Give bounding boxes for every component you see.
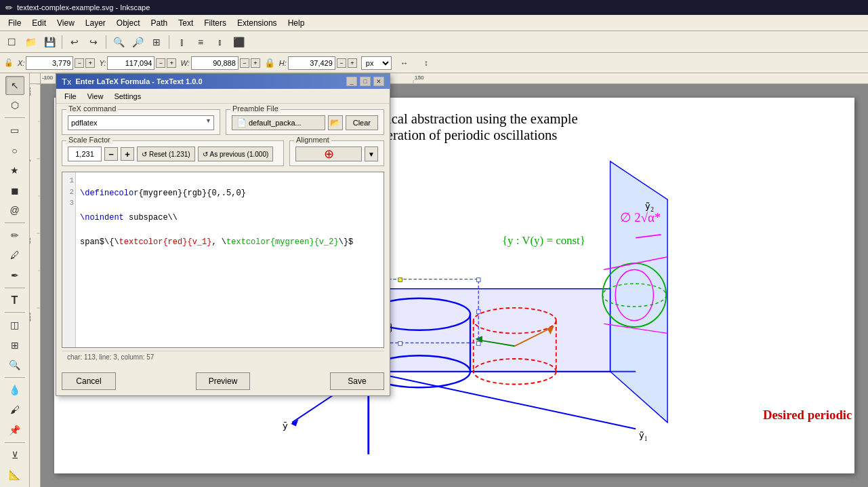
y-dec[interactable]: − bbox=[156, 58, 165, 68]
w-dec[interactable]: − bbox=[240, 58, 249, 68]
menu-file[interactable]: File bbox=[3, 17, 26, 29]
tool-sep6 bbox=[5, 442, 25, 443]
x-dec[interactable]: − bbox=[75, 58, 84, 68]
alignment-icon: ⊕ bbox=[324, 147, 334, 161]
tool-gradient[interactable]: ◫ bbox=[5, 315, 24, 334]
scale-label: Scale Factor bbox=[66, 136, 112, 144]
flip-h[interactable]: ↔ bbox=[396, 54, 413, 72]
tex-command-select[interactable]: pdflatex lualatex xelatex bbox=[68, 115, 214, 130]
preamble-row: 📄 default_packa... 📂 Clear bbox=[232, 115, 378, 130]
tool-ellipse[interactable]: ○ bbox=[5, 141, 24, 160]
reset-icon: ↺ bbox=[142, 151, 147, 158]
unit-select[interactable]: px mm cm in bbox=[361, 56, 392, 70]
tool-sep3 bbox=[5, 288, 25, 288]
save-button[interactable]: Save bbox=[330, 372, 384, 390]
preamble-open-button[interactable]: 📂 bbox=[328, 115, 343, 130]
tool-3d[interactable]: ◼ bbox=[5, 181, 24, 200]
h-dec[interactable]: − bbox=[337, 58, 346, 68]
svg-text:-100: -100 bbox=[30, 86, 32, 98]
tool-pencil[interactable]: ✏ bbox=[5, 226, 24, 245]
dialog-close[interactable]: ✕ bbox=[373, 77, 384, 86]
menu-path[interactable]: Path bbox=[146, 17, 173, 29]
tool-mesh[interactable]: ⊞ bbox=[5, 336, 24, 355]
tool-callig[interactable]: ✒ bbox=[5, 266, 24, 285]
toolbar-transform[interactable]: ⬛ bbox=[230, 33, 247, 51]
tool-select[interactable]: ↖ bbox=[5, 76, 24, 95]
menu-text[interactable]: Text bbox=[173, 17, 199, 29]
tool-zoom[interactable]: 🔍 bbox=[5, 355, 24, 374]
dialog-menubar: File View Settings bbox=[56, 89, 390, 104]
w-input[interactable] bbox=[191, 56, 239, 70]
tool-measure[interactable]: 📐 bbox=[5, 465, 24, 484]
tool-paint[interactable]: 🖌 bbox=[5, 401, 24, 420]
toolbar-new[interactable]: ☐ bbox=[3, 33, 20, 51]
toolbar-zoom-in[interactable]: 🔍 bbox=[110, 33, 127, 51]
menu-filters[interactable]: Filters bbox=[199, 17, 232, 29]
dialog-minimize[interactable]: _ bbox=[346, 77, 357, 86]
flip-v[interactable]: ↕ bbox=[417, 54, 435, 72]
y-input[interactable] bbox=[107, 56, 154, 70]
code-text[interactable]: \definecolor{mygreen}{rgb}{0,.5,0} \noin… bbox=[76, 172, 384, 347]
tool-spiral[interactable]: @ bbox=[5, 201, 24, 220]
h-inc[interactable]: + bbox=[348, 58, 357, 68]
tool-node[interactable]: ⬡ bbox=[5, 96, 24, 115]
menu-layer[interactable]: Layer bbox=[80, 17, 111, 29]
scale-decrement[interactable]: − bbox=[104, 147, 118, 161]
toolbar-align-left[interactable]: ⫿ bbox=[173, 33, 190, 51]
alignment-dropdown[interactable]: ▼ bbox=[365, 147, 378, 161]
preamble-file-button[interactable]: 📄 default_packa... bbox=[232, 115, 325, 130]
tool-star[interactable]: ★ bbox=[5, 161, 24, 180]
toolbar-zoom-out[interactable]: 🔎 bbox=[129, 33, 146, 51]
tool-rect[interactable]: ▭ bbox=[5, 121, 24, 140]
tool-spray[interactable]: 📌 bbox=[5, 421, 24, 440]
dlg-menu-settings[interactable]: Settings bbox=[108, 91, 146, 102]
menu-object[interactable]: Object bbox=[111, 17, 146, 29]
toolbar-sep3 bbox=[169, 35, 169, 49]
scale-increment[interactable]: + bbox=[121, 147, 134, 161]
code-editor[interactable]: 1 2 3 \definecolor{mygreen}{rgb}{0,.5,0}… bbox=[62, 172, 384, 348]
toolbar-open[interactable]: 📁 bbox=[22, 33, 39, 51]
toolbar-undo[interactable]: ↩ bbox=[66, 33, 83, 51]
titlebar: ✏ textext-complex-example.svg - Inkscape bbox=[0, 0, 868, 15]
y-inc[interactable]: + bbox=[167, 58, 176, 68]
toolbar-align-right[interactable]: ⫾ bbox=[211, 33, 228, 51]
lock-icon[interactable]: 🔓 bbox=[4, 58, 14, 67]
cancel-button[interactable]: Cancel bbox=[62, 372, 116, 390]
toolbar-redo[interactable]: ↪ bbox=[85, 33, 102, 51]
clear-button[interactable]: Clear bbox=[346, 115, 378, 130]
x-inc[interactable]: + bbox=[85, 58, 95, 68]
menu-view[interactable]: View bbox=[51, 17, 80, 29]
tool-dropper[interactable]: 💧 bbox=[5, 381, 24, 400]
tex-command-label: TeX command bbox=[66, 104, 118, 113]
toolbar-fit[interactable]: ⊞ bbox=[148, 33, 165, 51]
preview-button[interactable]: Preview bbox=[196, 372, 250, 390]
reset-button[interactable]: ↺ Reset (1.231) bbox=[137, 147, 195, 161]
tool-connector[interactable]: ⊻ bbox=[5, 446, 24, 465]
h-input[interactable] bbox=[288, 56, 335, 70]
menu-extensions[interactable]: Extensions bbox=[232, 17, 283, 29]
menu-help[interactable]: Help bbox=[283, 17, 310, 29]
toolbar-save[interactable]: 💾 bbox=[41, 33, 58, 51]
h-label: H: bbox=[279, 59, 287, 67]
as-previous-button[interactable]: ↺ As previous (1.000) bbox=[198, 147, 274, 161]
tool-sep5 bbox=[5, 377, 25, 378]
tool-text[interactable]: T bbox=[5, 291, 24, 310]
dlg-menu-file[interactable]: File bbox=[59, 91, 82, 102]
dlg-menu-view[interactable]: View bbox=[82, 91, 109, 102]
tool-sep1 bbox=[5, 117, 25, 118]
x-field: X: − + bbox=[18, 56, 95, 70]
tool-pen[interactable]: 🖊 bbox=[5, 246, 24, 265]
svg-rect-81 bbox=[476, 310, 480, 314]
menu-edit[interactable]: Edit bbox=[26, 17, 51, 29]
window-title: textext-complex-example.svg - Inkscape bbox=[17, 3, 150, 12]
lock-wh-icon[interactable]: 🔒 bbox=[264, 58, 275, 68]
svg-text:{y : V(y) = const}: {y : V(y) = const} bbox=[502, 234, 585, 247]
scale-input[interactable] bbox=[68, 147, 102, 161]
dialog-maximize[interactable]: □ bbox=[360, 77, 371, 86]
code-textcolor-green: textcolor{mygreen}{v_2} bbox=[226, 237, 339, 247]
w-inc[interactable]: + bbox=[251, 58, 260, 68]
x-input[interactable] bbox=[26, 56, 73, 70]
svg-text:∅ 2√α*: ∅ 2√α* bbox=[620, 210, 661, 225]
alignment-combo[interactable]: ⊕ bbox=[295, 147, 362, 161]
toolbar-align-center[interactable]: ≡ bbox=[192, 33, 209, 51]
